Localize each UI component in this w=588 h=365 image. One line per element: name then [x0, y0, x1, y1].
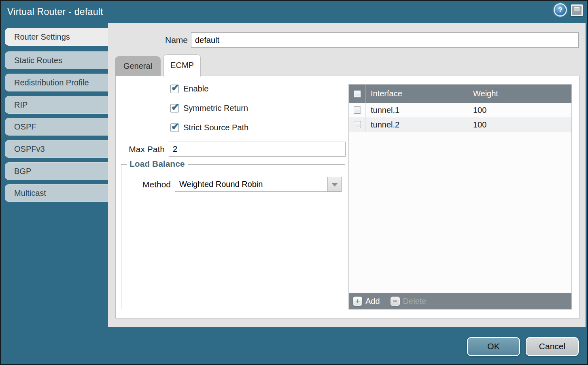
- ok-button[interactable]: OK: [467, 337, 520, 356]
- window-restore-icon-inner: [574, 7, 580, 11]
- interface-table-footer: + Add − Delete: [349, 293, 571, 309]
- select-all-checkbox[interactable]: [354, 90, 361, 98]
- virtual-router-dialog: Virtual Router - default ? Router Settin…: [0, 0, 588, 365]
- max-path-input[interactable]: [169, 142, 346, 157]
- sidebar-item-bgp[interactable]: BGP: [5, 162, 109, 180]
- load-balance-fieldset: Load Balance Method Weighted Round Robin: [121, 164, 345, 309]
- chevron-down-icon: [331, 183, 338, 187]
- table-empty-area: [349, 132, 571, 293]
- sidebar-item-multicast[interactable]: Multicast: [5, 184, 109, 202]
- name-label: Name: [108, 32, 188, 48]
- window-restore-icon[interactable]: [571, 4, 583, 16]
- method-dropdown[interactable]: Weighted Round Robin: [175, 177, 342, 192]
- help-icon[interactable]: ?: [555, 4, 566, 15]
- sidebar-item-rip[interactable]: RIP: [5, 96, 109, 114]
- add-button[interactable]: + Add: [353, 297, 380, 306]
- ecmp-panel: Enable Symmetric Return Strict Source Pa…: [115, 76, 580, 318]
- name-input[interactable]: [191, 32, 579, 48]
- interface-table: Interface Weight tunnel.1 100 tunnel.2 1…: [348, 84, 572, 310]
- table-row[interactable]: tunnel.2 100: [349, 117, 571, 132]
- strict-source-path-label: Strict Source Path: [183, 123, 248, 132]
- enable-checkbox[interactable]: [170, 85, 179, 93]
- cell-weight: 100: [468, 117, 571, 132]
- column-header-interface[interactable]: Interface: [366, 85, 468, 103]
- enable-label: Enable: [183, 84, 208, 93]
- tab-ecmp[interactable]: ECMP: [163, 54, 201, 76]
- max-path-label: Max Path: [116, 142, 165, 157]
- select-all-cell: [349, 85, 366, 103]
- method-dropdown-button[interactable]: [327, 177, 341, 191]
- interface-table-header: Interface Weight: [349, 85, 571, 103]
- sidebar-item-ospfv3[interactable]: OSPFv3: [5, 140, 109, 158]
- row-checkbox-cell: [349, 103, 366, 117]
- symmetric-return-checkbox[interactable]: [170, 104, 179, 112]
- table-row[interactable]: tunnel.1 100: [349, 103, 571, 117]
- titlebar: Virtual Router - default ?: [1, 1, 587, 23]
- sidebar-item-redistribution-profile[interactable]: Redistribution Profile: [5, 74, 109, 91]
- load-balance-legend: Load Balance: [127, 159, 188, 169]
- symmetric-return-checkbox-row: Symmetric Return: [170, 104, 248, 113]
- main-content: Name General ECMP Enable Symmetric Retur…: [108, 23, 586, 327]
- cancel-button[interactable]: Cancel: [526, 337, 579, 356]
- minus-icon: −: [391, 297, 400, 306]
- add-button-label: Add: [365, 297, 380, 306]
- strict-source-path-checkbox-row: Strict Source Path: [170, 123, 248, 132]
- plus-icon: +: [353, 297, 362, 306]
- row-checkbox[interactable]: [354, 106, 361, 114]
- sidebar-item-ospf[interactable]: OSPF: [5, 118, 109, 136]
- strict-source-path-checkbox[interactable]: [170, 123, 179, 132]
- cell-weight: 100: [468, 103, 571, 117]
- method-value: Weighted Round Robin: [179, 177, 263, 191]
- sidebar-item-static-routes[interactable]: Static Routes: [5, 51, 109, 69]
- sidebar-item-router-settings[interactable]: Router Settings: [5, 28, 109, 46]
- cell-interface: tunnel.2: [366, 117, 468, 132]
- delete-button[interactable]: − Delete: [391, 297, 427, 306]
- enable-checkbox-row: Enable: [170, 84, 208, 93]
- dialog-title: Virtual Router - default: [7, 1, 103, 23]
- symmetric-return-label: Symmetric Return: [183, 104, 248, 113]
- method-label: Method: [121, 177, 171, 192]
- delete-button-label: Delete: [403, 297, 427, 306]
- row-checkbox[interactable]: [354, 121, 361, 128]
- column-header-weight[interactable]: Weight: [468, 85, 571, 103]
- cell-interface: tunnel.1: [366, 103, 468, 117]
- tab-general[interactable]: General: [115, 56, 161, 76]
- row-checkbox-cell: [349, 117, 366, 132]
